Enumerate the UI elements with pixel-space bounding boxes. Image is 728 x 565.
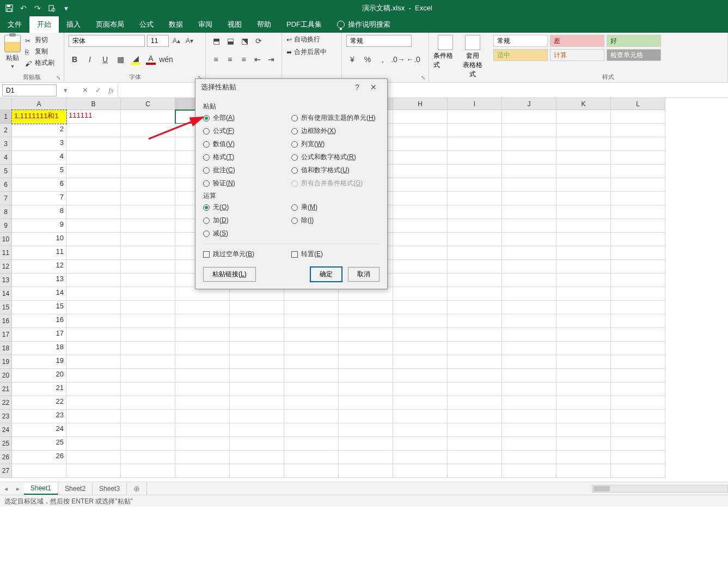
cell-K19[interactable]: [556, 355, 611, 369]
horizontal-scrollbar[interactable]: [592, 485, 728, 493]
insert-function-button[interactable]: fx: [105, 84, 118, 96]
check-skip-blanks[interactable]: 跳过空单元(B): [203, 250, 291, 259]
align-middle-button[interactable]: ⬓: [224, 35, 236, 47]
cell-F27[interactable]: [284, 464, 339, 478]
cell-G27[interactable]: [339, 464, 393, 478]
cell-J19[interactable]: [502, 355, 556, 369]
cell-A19[interactable]: 19: [12, 355, 66, 369]
cell-C26[interactable]: [121, 451, 175, 464]
cell-H6[interactable]: [393, 178, 448, 192]
cell-K20[interactable]: [556, 369, 611, 382]
phonetic-button[interactable]: wén: [160, 53, 172, 65]
row-header-15[interactable]: 15: [0, 301, 12, 314]
cell-F21[interactable]: [284, 382, 339, 396]
cell-A2[interactable]: 2: [12, 124, 66, 137]
cell-E26[interactable]: [230, 451, 284, 464]
row-header-7[interactable]: 7: [0, 192, 12, 205]
cell-I18[interactable]: [448, 342, 502, 355]
namebox-dropdown-icon[interactable]: ▾: [59, 84, 72, 96]
row-header-3[interactable]: 3: [0, 137, 12, 151]
cell-D26[interactable]: [175, 451, 230, 464]
cell-H21[interactable]: [393, 382, 448, 396]
cell-B18[interactable]: [66, 342, 121, 355]
cell-F19[interactable]: [284, 355, 339, 369]
italic-button[interactable]: I: [84, 53, 96, 65]
tab-home[interactable]: 开始: [29, 16, 59, 33]
cell-J17[interactable]: [502, 328, 556, 342]
cell-J23[interactable]: [502, 410, 556, 423]
cell-C15[interactable]: [121, 301, 175, 314]
cell-L15[interactable]: [611, 301, 665, 314]
cell-I27[interactable]: [448, 464, 502, 478]
cell-C7[interactable]: [121, 192, 175, 205]
cell-B8[interactable]: [66, 205, 121, 219]
cell-B11[interactable]: [66, 246, 121, 260]
cell-A27[interactable]: [12, 464, 66, 478]
cell-E19[interactable]: [230, 355, 284, 369]
cell-J12[interactable]: [502, 260, 556, 274]
cell-L4[interactable]: [611, 151, 665, 165]
col-header-B[interactable]: B: [66, 98, 121, 110]
cell-L2[interactable]: [611, 124, 665, 137]
font-name-input[interactable]: [69, 35, 145, 47]
cell-G15[interactable]: [339, 301, 393, 314]
cell-C22[interactable]: [121, 396, 175, 410]
cell-K4[interactable]: [556, 151, 611, 165]
row-header-17[interactable]: 17: [0, 328, 12, 342]
cell-F22[interactable]: [284, 396, 339, 410]
ok-button[interactable]: 确定: [310, 266, 342, 282]
cell-C5[interactable]: [121, 165, 175, 178]
cell-J6[interactable]: [502, 178, 556, 192]
cell-B3[interactable]: [66, 137, 121, 151]
cell-I20[interactable]: [448, 369, 502, 382]
cell-K16[interactable]: [556, 314, 611, 328]
add-sheet-button[interactable]: ⊕: [127, 483, 147, 495]
cell-I24[interactable]: [448, 423, 502, 437]
cell-L14[interactable]: [611, 287, 665, 301]
cell-F16[interactable]: [284, 314, 339, 328]
cell-C8[interactable]: [121, 205, 175, 219]
cell-H20[interactable]: [393, 369, 448, 382]
cell-C19[interactable]: [121, 355, 175, 369]
qat-customize-icon[interactable]: ▾: [61, 3, 71, 13]
cell-D23[interactable]: [175, 410, 230, 423]
cell-A18[interactable]: 18: [12, 342, 66, 355]
cell-B2[interactable]: [66, 124, 121, 137]
row-header-13[interactable]: 13: [0, 274, 12, 287]
cell-L10[interactable]: [611, 233, 665, 246]
cell-K21[interactable]: [556, 382, 611, 396]
cell-H25[interactable]: [393, 437, 448, 451]
cell-I15[interactable]: [448, 301, 502, 314]
cell-B9[interactable]: [66, 219, 121, 233]
cell-J20[interactable]: [502, 369, 556, 382]
cell-L6[interactable]: [611, 178, 665, 192]
cell-H14[interactable]: [393, 287, 448, 301]
cell-E22[interactable]: [230, 396, 284, 410]
format-as-table-button[interactable]: 套用 表格格式: [461, 35, 485, 81]
row-header-9[interactable]: 9: [0, 219, 12, 233]
cell-J7[interactable]: [502, 192, 556, 205]
cell-B5[interactable]: [66, 165, 121, 178]
tab-view[interactable]: 视图: [220, 16, 249, 33]
cell-H17[interactable]: [393, 328, 448, 342]
cell-H22[interactable]: [393, 396, 448, 410]
cell-J16[interactable]: [502, 314, 556, 328]
row-header-8[interactable]: 8: [0, 205, 12, 219]
cell-C25[interactable]: [121, 437, 175, 451]
cell-K25[interactable]: [556, 437, 611, 451]
cell-C14[interactable]: [121, 287, 175, 301]
cut-button[interactable]: ✂剪切: [24, 35, 56, 45]
cell-J24[interactable]: [502, 423, 556, 437]
cell-K17[interactable]: [556, 328, 611, 342]
col-header-A[interactable]: A: [12, 98, 66, 110]
align-top-button[interactable]: ⬒: [210, 35, 222, 47]
cell-A11[interactable]: 11: [12, 246, 66, 260]
cell-A22[interactable]: 22: [12, 396, 66, 410]
col-header-I[interactable]: I: [448, 98, 502, 110]
sheet-tab-1[interactable]: Sheet1: [24, 483, 58, 495]
cell-H13[interactable]: [393, 274, 448, 287]
dialog-close-button[interactable]: ✕: [365, 83, 382, 92]
cell-K14[interactable]: [556, 287, 611, 301]
cell-G16[interactable]: [339, 314, 393, 328]
cell-K5[interactable]: [556, 165, 611, 178]
